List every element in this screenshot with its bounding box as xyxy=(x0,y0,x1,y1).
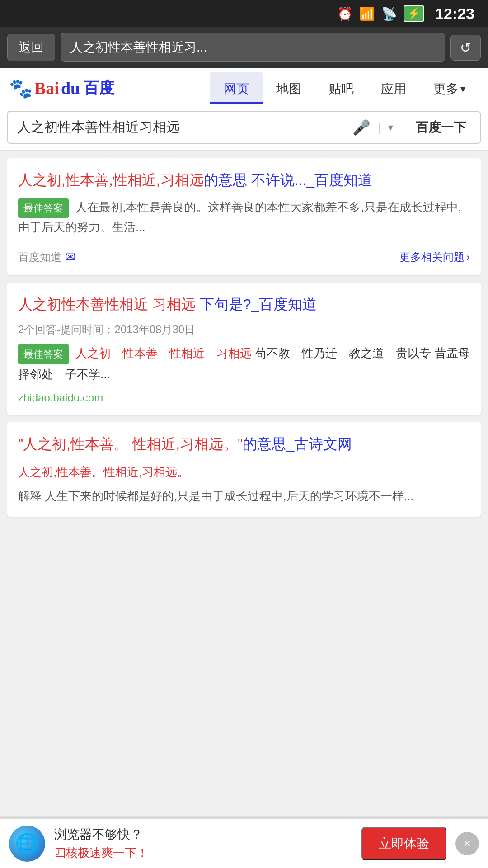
mic-separator: | xyxy=(378,120,381,135)
result-url-2: zhidao.baidu.com xyxy=(18,392,470,404)
result-title-1-red: 人之初,性本善,性相近,习相远 xyxy=(18,172,204,188)
status-bar: ⏰ 📶 📡 ⚡ 12:23 xyxy=(0,0,488,27)
banner-globe-icon: 🌐 xyxy=(9,826,45,862)
result-title-3-blue: 的意思_古诗文网 xyxy=(243,436,352,452)
result-footer-1: 百度知道 ✉ 更多相关问题 › xyxy=(18,244,470,264)
nav-tabs: 网页 地图 贴吧 应用 更多 ▾ xyxy=(210,72,479,104)
back-button[interactable]: 返回 xyxy=(7,34,55,61)
tab-webpage[interactable]: 网页 xyxy=(210,72,263,104)
status-time: 12:23 xyxy=(435,5,474,23)
result-title-1[interactable]: 人之初,性本善,性相近,习相远的意思 不许说..._百度知道 xyxy=(18,169,470,191)
signal-icon: 📡 xyxy=(381,6,397,21)
banner-sub-text: 四核极速爽一下！ xyxy=(54,845,352,861)
result-snippet-2: 最佳答案 人之初 性本善 性相近 习相远 苟不教 性乃迁 教之道 贵以专 昔孟母… xyxy=(18,343,470,384)
tab-map[interactable]: 地图 xyxy=(263,72,315,104)
search-bar-row: 人之初性本善性相近习相远 🎤 | ▾ 百度一下 xyxy=(0,104,488,151)
result-snippet-3-gray: 解释 人生下来的时候都是好的,只是由于成长过程中,后天的学习环境不一样... xyxy=(18,486,470,506)
header-top-row: 🐾 Baidu 百度 网页 地图 贴吧 应用 更多 ▾ xyxy=(9,68,479,104)
tab-apps[interactable]: 应用 xyxy=(367,72,420,104)
result-snippet-3-red: 人之初,性本善。性相近,习相远。 xyxy=(18,462,470,482)
more-questions-link-1[interactable]: 更多相关问题 › xyxy=(399,250,470,264)
snippet-2-red: 人之初 性本善 性相近 习相远 xyxy=(75,346,255,360)
result-card-3: "人之初,性本善。 性相近,习相远。"的意思_古诗文网 人之初,性本善。性相近,… xyxy=(7,422,481,516)
result-title-3-red: "人之初,性本善。 性相近,习相远。" xyxy=(18,436,243,452)
best-answer-badge-1: 最佳答案 xyxy=(18,198,69,218)
url-bar[interactable]: 人之初性本善性相近习... xyxy=(61,33,445,62)
result-snippet-1-text: 人在最初,本性是善良的。这样善良的本性大家都差不多,只是在成长过程中,由于后天的… xyxy=(18,200,461,234)
baidu-logo-blue: du xyxy=(61,78,80,98)
result-card-1: 人之初,性本善,性相近,习相远的意思 不许说..._百度知道 最佳答案 人在最初… xyxy=(7,158,481,275)
best-answer-badge-2: 最佳答案 xyxy=(18,344,69,364)
baidu-logo-red: Bai xyxy=(34,78,59,98)
wifi-icon: 📶 xyxy=(359,6,375,21)
chevron-down-icon: ▾ xyxy=(460,83,465,95)
browser-toolbar: 返回 人之初性本善性相近习... ↺ xyxy=(0,27,488,68)
tab-more[interactable]: 更多 ▾ xyxy=(420,72,479,104)
result-meta-2: 2个回答-提问时间：2013年08月30日 xyxy=(18,322,470,337)
result-title-2[interactable]: 人之初性本善性相近 习相远 下句是?_百度知道 xyxy=(18,293,470,315)
result-source-1: 百度知道 ✉ xyxy=(18,250,75,264)
result-source-1-text: 百度知道 xyxy=(18,250,61,264)
tab-tieba[interactable]: 贴吧 xyxy=(315,72,367,104)
result-card-2: 人之初性本善性相近 习相远 下句是?_百度知道 2个回答-提问时间：2013年0… xyxy=(7,283,481,415)
baidu-paw-icon: 🐾 xyxy=(9,77,33,99)
bottom-banner: 🌐 浏览器不够快？ 四核极速爽一下！ 立即体验 × xyxy=(0,818,488,868)
baidu-logo-cn: 百度 xyxy=(84,78,114,99)
alarm-icon: ⏰ xyxy=(337,6,353,21)
banner-close-button[interactable]: × xyxy=(455,832,479,855)
search-button[interactable]: 百度一下 xyxy=(402,111,481,144)
baidu-header: 🐾 Baidu 百度 网页 地图 贴吧 应用 更多 ▾ xyxy=(0,68,488,104)
baidu-logo[interactable]: 🐾 Baidu 百度 xyxy=(9,77,114,99)
result-title-1-blue: 的意思 不许说..._百度知道 xyxy=(204,172,372,188)
result-title-3[interactable]: "人之初,性本善。 性相近,习相远。"的意思_古诗文网 xyxy=(18,433,470,455)
banner-cta-button[interactable]: 立即体验 xyxy=(361,827,446,860)
search-input-text: 人之初性本善性相近习相远 xyxy=(17,118,345,137)
banner-text-area: 浏览器不够快？ 四核极速爽一下！ xyxy=(54,826,352,861)
status-icons: ⏰ 📶 📡 ⚡ 12:23 xyxy=(337,5,474,23)
result-snippet-1: 最佳答案 人在最初,本性是善良的。这样善良的本性大家都差不多,只是在成长过程中,… xyxy=(18,198,470,236)
refresh-button[interactable]: ↺ xyxy=(450,35,481,61)
result-title-2-red: 人之初性本善性相近 习相远 xyxy=(18,296,200,312)
result-title-2-blue: 下句是?_百度知道 xyxy=(200,296,317,312)
mic-icon[interactable]: 🎤 xyxy=(352,119,371,136)
search-input-area[interactable]: 人之初性本善性相近习相远 🎤 | ▾ xyxy=(7,111,402,144)
battery-icon: ⚡ xyxy=(404,5,424,22)
mic-dropdown-icon[interactable]: ▾ xyxy=(388,122,393,133)
banner-main-text: 浏览器不够快？ xyxy=(54,826,352,843)
source-arrow-icon: ✉ xyxy=(65,250,75,264)
results-container: 人之初,性本善,性相近,习相远的意思 不许说..._百度知道 最佳答案 人在最初… xyxy=(0,151,488,524)
